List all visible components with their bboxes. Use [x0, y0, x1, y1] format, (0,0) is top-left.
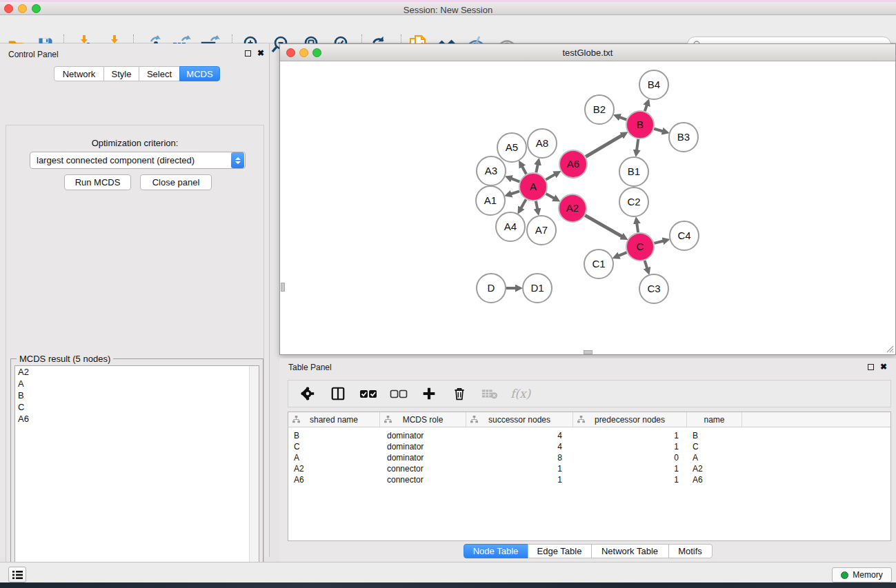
table-row[interactable]: Adominator80A — [288, 452, 890, 463]
graph-node-A6[interactable]: A6 — [559, 150, 587, 178]
graph-node-A8[interactable]: A8 — [528, 129, 557, 158]
mcds-result-item[interactable]: A6 — [15, 413, 259, 425]
mcds-result-item[interactable]: B — [15, 389, 259, 401]
resize-grip-icon[interactable] — [884, 343, 894, 353]
graph-edge-B-B1[interactable] — [637, 139, 638, 150]
graph-node-A1[interactable]: A1 — [476, 186, 505, 215]
graph-edge-B-B3[interactable] — [654, 129, 663, 132]
column-header-mcds-role[interactable]: MCDS role — [380, 412, 466, 427]
table-cell: A2 — [687, 464, 742, 474]
memory-button[interactable]: Memory — [832, 567, 892, 582]
mcds-result-item[interactable]: A — [15, 378, 259, 389]
graph-node-C1[interactable]: C1 — [584, 250, 613, 278]
graph-edge-A-A8[interactable] — [536, 164, 537, 172]
status-bar: Memory — [0, 562, 896, 582]
graph-edge-A-A7[interactable] — [536, 201, 537, 210]
graph-edge-C-C2[interactable] — [637, 223, 638, 232]
table-tabs: Node Table Edge Table Network Table Moti… — [279, 544, 896, 558]
table-body: Bdominator41BCdominator41CAdominator80AA… — [288, 427, 890, 485]
graph-edge-A-A5[interactable] — [522, 166, 526, 174]
tab-motifs[interactable]: Motifs — [668, 544, 713, 558]
task-history-button[interactable] — [8, 567, 26, 582]
float-panel-icon[interactable] — [245, 50, 251, 57]
table-cell: A6 — [687, 475, 742, 485]
graph-node-label: C3 — [647, 283, 660, 294]
mcds-panel: Optimization criterion: largest connecte… — [6, 125, 264, 588]
tab-node-table[interactable]: Node Table — [464, 544, 528, 558]
tab-network-table[interactable]: Network Table — [591, 544, 669, 558]
table-row[interactable]: A2connector11A2 — [288, 463, 890, 474]
tab-select[interactable]: Select — [139, 66, 180, 81]
graph-edge-A-A1[interactable] — [511, 191, 520, 194]
graph-edge-A-A6[interactable] — [546, 174, 555, 180]
table-cell: A — [687, 453, 742, 463]
graph-node-C3[interactable]: C3 — [639, 274, 668, 303]
create-column-icon[interactable] — [419, 384, 439, 403]
graph-edge-C-C1[interactable] — [619, 252, 627, 256]
tab-network[interactable]: Network — [54, 66, 104, 81]
graph-edge-A-A4[interactable] — [521, 199, 526, 208]
graph-edge-A-A3[interactable] — [511, 179, 519, 182]
graph-node-C[interactable]: C — [626, 233, 654, 261]
table-row[interactable]: Cdominator41C — [288, 441, 890, 452]
graph-edge-A6-B[interactable] — [586, 135, 622, 156]
table-cell: 0 — [573, 453, 687, 463]
column-header-shared-name[interactable]: shared name — [288, 412, 380, 427]
graph-node-B1[interactable]: B1 — [619, 157, 648, 186]
table-cell: B — [288, 431, 380, 440]
graph-node-D1[interactable]: D1 — [523, 274, 552, 303]
scrollbar-track[interactable] — [249, 366, 259, 588]
graph-node-C2[interactable]: C2 — [619, 187, 648, 216]
graph-node-D[interactable]: D — [477, 274, 506, 303]
graph-node-B4[interactable]: B4 — [639, 70, 668, 99]
network-window-titlebar: testGlobe.txt — [280, 44, 895, 61]
column-header-predecessor-nodes[interactable]: predecessor nodes — [573, 412, 687, 427]
column-header-name[interactable]: name — [687, 412, 742, 427]
graph-node-B[interactable]: B — [626, 111, 654, 139]
column-visibility-icon[interactable] — [328, 384, 348, 403]
mcds-result-list[interactable]: A2ABCA6 — [14, 365, 259, 588]
optimization-criterion-select[interactable]: largest connected component (directed) — [30, 152, 246, 169]
graph-node-B2[interactable]: B2 — [585, 95, 614, 124]
network-canvas[interactable]: B4B2BB3A5A8A6A3AB1A1A2C2A4A7C4CC1DD1C3 — [280, 61, 895, 354]
graph-node-A3[interactable]: A3 — [477, 156, 506, 185]
function-builder-icon[interactable]: f(x) — [510, 387, 530, 401]
graph-node-A2[interactable]: A2 — [559, 194, 586, 222]
tab-style[interactable]: Style — [103, 66, 139, 81]
delete-table-icon[interactable] — [480, 384, 499, 403]
delete-columns-icon[interactable] — [450, 384, 469, 403]
tab-mcds[interactable]: MCDS — [179, 66, 220, 81]
graph-node-label: B — [637, 119, 644, 130]
network-window-title: testGlobe.txt — [280, 48, 895, 58]
graph-node-label: A8 — [536, 137, 548, 149]
graph-edge-B-B4[interactable] — [645, 105, 647, 111]
table-row[interactable]: Bdominator41B — [288, 430, 890, 441]
select-all-rows-icon[interactable] — [359, 384, 378, 403]
graph-edge-A2-C[interactable] — [585, 215, 622, 236]
canvas-horizontal-scrollbar[interactable] — [584, 350, 593, 354]
close-panel-icon[interactable]: ✖ — [880, 363, 887, 370]
graph-node-label: A2 — [566, 202, 579, 214]
column-header-successor-nodes[interactable]: successor nodes — [466, 412, 573, 427]
tab-edge-table[interactable]: Edge Table — [528, 544, 592, 558]
graph-edge-B-B2[interactable] — [619, 117, 626, 120]
graph-edge-C-C3[interactable] — [645, 261, 648, 269]
mcds-result-item[interactable]: A2 — [15, 366, 259, 378]
float-panel-icon[interactable] — [868, 364, 874, 370]
graph-node-A7[interactable]: A7 — [527, 216, 556, 245]
graph-node-A5[interactable]: A5 — [497, 133, 526, 162]
close-panel-icon[interactable]: ✖ — [257, 50, 264, 57]
run-mcds-button[interactable]: Run MCDS — [64, 174, 131, 190]
graph-edge-C-C4[interactable] — [654, 241, 664, 243]
deselect-all-rows-icon[interactable] — [389, 384, 408, 403]
canvas-vertical-scrollbar[interactable] — [281, 283, 285, 292]
graph-node-B3[interactable]: B3 — [669, 123, 698, 152]
table-options-icon[interactable] — [298, 384, 317, 403]
graph-node-C4[interactable]: C4 — [670, 221, 699, 250]
mcds-result-item[interactable]: C — [15, 401, 259, 413]
close-panel-button[interactable]: Close panel — [140, 174, 212, 190]
graph-node-A[interactable]: A — [519, 173, 547, 201]
graph-node-A4[interactable]: A4 — [496, 212, 525, 241]
table-row[interactable]: A6connector11A6 — [288, 474, 890, 485]
graph-edge-A-A2[interactable] — [546, 194, 554, 199]
